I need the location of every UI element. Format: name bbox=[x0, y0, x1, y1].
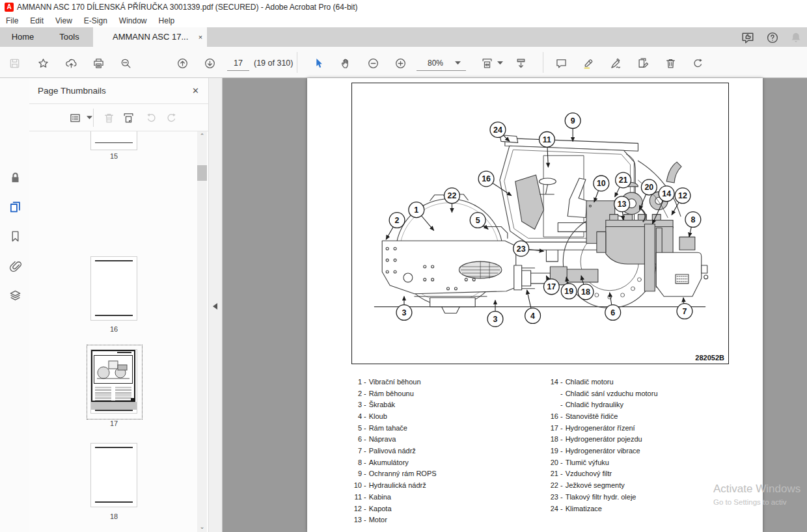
star-icon[interactable] bbox=[34, 55, 51, 72]
part-label: Hydrogenerátor řízení bbox=[566, 424, 635, 432]
svg-text:23: 23 bbox=[517, 245, 526, 254]
tab-close-icon[interactable]: × bbox=[194, 27, 207, 47]
share-file-icon[interactable] bbox=[62, 55, 79, 72]
part-row: 3-Škrabák bbox=[349, 399, 395, 410]
panel-panel-options-icon[interactable] bbox=[67, 110, 83, 126]
sign-icon[interactable] bbox=[607, 55, 624, 72]
thumbnail-page-17[interactable] bbox=[91, 350, 137, 413]
pdf-page: 1 2 3 3 4 5 6 7 8 9 10 11 12 13 14 16 17… bbox=[307, 78, 763, 532]
machine-diagram: 1 2 3 3 4 5 6 7 8 9 10 11 12 13 14 16 17… bbox=[352, 83, 728, 363]
hand-tool-icon[interactable] bbox=[337, 55, 354, 72]
thumbnail-scrollbar[interactable]: ⌃ ⌄ bbox=[197, 131, 207, 532]
organize-pages-icon[interactable] bbox=[635, 55, 651, 72]
page-number-input[interactable]: 17 bbox=[227, 56, 249, 71]
menu-item-file[interactable]: File bbox=[0, 14, 24, 27]
panel-collapse-strip[interactable] bbox=[208, 78, 223, 532]
sidebar-layers-icon[interactable] bbox=[8, 289, 21, 302]
tab-document[interactable]: AMMANN ASC 17... bbox=[93, 27, 207, 47]
scroll-down-icon[interactable]: ⌄ bbox=[197, 522, 207, 532]
machine-figure: 1 2 3 3 4 5 6 7 8 9 10 11 12 13 14 16 17… bbox=[351, 83, 729, 364]
search-icon[interactable] bbox=[117, 55, 134, 72]
part-row: 24-Klimatizace bbox=[545, 503, 602, 514]
panel-caret-down-icon[interactable] bbox=[81, 110, 97, 126]
sidebar-bookmarks-icon[interactable] bbox=[8, 230, 21, 243]
thumbnail-list: 151617184. Specifikace příručky19 bbox=[29, 131, 197, 532]
menu-item-window[interactable]: Window bbox=[113, 14, 153, 27]
zoom-control[interactable]: 80% bbox=[417, 56, 466, 71]
zoom-caret-icon[interactable] bbox=[455, 61, 461, 65]
part-number: 19 bbox=[545, 447, 558, 455]
sidebar-page-thumbnails-icon[interactable] bbox=[8, 200, 21, 213]
part-separator: - bbox=[364, 505, 366, 512]
part-separator: - bbox=[364, 412, 366, 420]
callout-8: 8 bbox=[685, 212, 701, 237]
select-tool-icon[interactable] bbox=[310, 55, 327, 72]
callout-24: 24 bbox=[490, 122, 510, 142]
menu-item-e-sign[interactable]: E-Sign bbox=[78, 14, 113, 27]
part-separator: - bbox=[364, 493, 366, 501]
comment-icon[interactable] bbox=[553, 55, 569, 72]
svg-text:8: 8 bbox=[691, 215, 695, 224]
tab-tools[interactable]: Tools bbox=[46, 27, 94, 47]
part-row: -Chladič sání vzduchu motoru bbox=[545, 388, 658, 399]
menu-item-edit[interactable]: Edit bbox=[24, 14, 49, 27]
thumbnail-page-16[interactable] bbox=[91, 257, 137, 320]
zoom-in-icon[interactable] bbox=[392, 55, 409, 72]
part-label: Tlumič výfuku bbox=[566, 459, 609, 466]
part-separator: - bbox=[364, 401, 366, 408]
collapse-left-icon[interactable] bbox=[213, 303, 217, 310]
svg-text:18: 18 bbox=[581, 287, 590, 297]
svg-text:2: 2 bbox=[395, 216, 400, 225]
part-number: 8 bbox=[349, 459, 362, 466]
page-thumbnails-panel: Page Thumbnails ✕ 151617184. Specifikace… bbox=[29, 78, 208, 532]
rotate-right-icon[interactable] bbox=[689, 55, 706, 72]
svg-text:9: 9 bbox=[571, 116, 575, 126]
thumbnail-label: 18 bbox=[91, 512, 137, 520]
part-number: 23 bbox=[545, 493, 558, 501]
tab-home[interactable]: Home bbox=[0, 27, 46, 47]
part-row: 7-Palivová nádrž bbox=[349, 445, 416, 457]
caret-down-icon[interactable] bbox=[491, 55, 508, 72]
workspace: Page Thumbnails ✕ 151617184. Specifikace… bbox=[0, 78, 807, 532]
thumbnail-page-18[interactable] bbox=[91, 444, 137, 507]
bell-icon[interactable] bbox=[787, 29, 804, 46]
part-separator: - bbox=[560, 481, 563, 489]
part-separator: - bbox=[364, 481, 366, 489]
svg-text:11: 11 bbox=[543, 135, 551, 144]
menu-item-help[interactable]: Help bbox=[153, 14, 181, 27]
part-separator: - bbox=[560, 493, 563, 501]
part-label: Ochranný rám ROPS bbox=[369, 470, 437, 477]
svg-text:24: 24 bbox=[493, 126, 502, 135]
part-separator: - bbox=[364, 435, 366, 443]
page-down-icon[interactable] bbox=[201, 55, 218, 72]
part-label: Rám tahače bbox=[369, 424, 407, 432]
zoom-out-icon[interactable] bbox=[364, 55, 381, 72]
part-number: 7 bbox=[349, 447, 362, 455]
scrollbar-thumb[interactable] bbox=[197, 165, 207, 181]
help-icon[interactable] bbox=[764, 29, 781, 46]
zoom-value[interactable]: 80% bbox=[422, 56, 449, 70]
feedback-icon[interactable] bbox=[739, 29, 756, 46]
svg-text:16: 16 bbox=[482, 174, 491, 183]
trash-icon[interactable] bbox=[662, 55, 679, 72]
panel-close-icon[interactable]: ✕ bbox=[192, 78, 199, 104]
scroll-mode-icon[interactable] bbox=[512, 55, 529, 72]
sidebar-attachments-icon[interactable] bbox=[8, 259, 21, 272]
highlight-icon[interactable] bbox=[580, 55, 597, 72]
part-label: Chladič hydrauliky bbox=[566, 401, 623, 408]
part-separator: - bbox=[364, 424, 366, 432]
sidebar-lock-icon[interactable] bbox=[8, 171, 21, 184]
part-label: Ježkové segmenty bbox=[566, 481, 625, 489]
part-label: Kloub bbox=[369, 412, 387, 420]
menu-item-view[interactable]: View bbox=[49, 14, 78, 27]
page-up-icon[interactable] bbox=[174, 55, 191, 72]
scroll-up-icon[interactable]: ⌃ bbox=[197, 131, 207, 141]
panel-insert-pages-icon[interactable] bbox=[120, 110, 136, 126]
toolbar-divider bbox=[297, 52, 297, 73]
thumbnail-page-15[interactable] bbox=[91, 131, 137, 150]
part-row: 6-Náprava bbox=[349, 434, 396, 446]
part-row: 5-Rám tahače bbox=[349, 422, 407, 434]
part-label: Hydrogenerátor pojezdu bbox=[566, 435, 642, 443]
print-icon[interactable] bbox=[90, 55, 107, 72]
part-number: 10 bbox=[349, 481, 362, 489]
